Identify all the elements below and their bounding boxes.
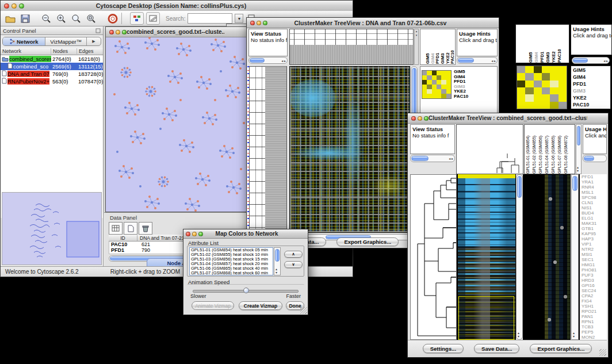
gene-label[interactable]: PFD1 [582, 174, 607, 179]
heatmap-cell[interactable] [432, 80, 437, 85]
heatmap-cell[interactable] [559, 87, 567, 94]
heatmap-cell[interactable] [542, 87, 550, 94]
heatmap-cell[interactable] [422, 89, 427, 94]
heatmap-cell[interactable] [517, 87, 525, 94]
fragment-row-label[interactable]: GIM3 [573, 87, 609, 94]
heatmap-cell[interactable] [437, 85, 441, 89]
tv2-zoom-button[interactable] [424, 116, 429, 121]
new-attribute-icon[interactable] [124, 222, 137, 235]
heatmap-cell[interactable] [441, 71, 446, 75]
dialog-resize-grip[interactable] [300, 307, 307, 314]
heatmap-cell[interactable] [437, 94, 441, 98]
heatmap-cell[interactable] [427, 94, 431, 98]
tab-network[interactable]: Network [3, 37, 45, 45]
gene-label[interactable]: NIS1 [582, 205, 607, 210]
dialog-close-button[interactable] [186, 232, 190, 236]
help-lifebuoy-icon[interactable] [106, 13, 119, 24]
heatmap-cell[interactable] [550, 94, 558, 101]
heatmap-cell[interactable] [542, 73, 550, 80]
heatmap-cell[interactable] [534, 94, 542, 101]
attribute-listbox[interactable]: GPL51-01 (GSM854) heat shock 05 minGPL51… [189, 247, 273, 275]
zoom-selected-icon[interactable] [85, 13, 97, 24]
tv1-zoom-button[interactable] [263, 21, 267, 25]
fragment-row-label[interactable]: GIM5 [573, 67, 609, 74]
annotation-icon[interactable] [146, 12, 160, 25]
tv2-hints-scrollbar[interactable] [583, 155, 607, 162]
tv1-column-dendrogram[interactable] [289, 29, 414, 65]
heatmap-cell[interactable] [534, 102, 542, 109]
tv2-minimize-button[interactable] [418, 116, 422, 121]
heatmap-cell[interactable] [525, 73, 533, 80]
network-canvas[interactable] [106, 37, 247, 212]
attribute-list-item[interactable]: GPL51-07 (GSM868) heat shock 60 min [191, 271, 273, 275]
heatmap-cell[interactable] [427, 75, 431, 80]
netwin-zoom-button[interactable] [122, 30, 127, 35]
tv1-minimize-button[interactable] [257, 21, 261, 25]
gene-label[interactable]: RPN1 [582, 319, 607, 324]
gene-label[interactable]: VIP1 [582, 242, 607, 247]
netwin-minimize-button[interactable] [116, 30, 120, 35]
heatmap-cell[interactable] [422, 71, 427, 75]
gene-label[interactable]: MAK31 [582, 221, 607, 226]
heatmap-cell[interactable] [517, 81, 525, 87]
animation-speed-slider[interactable] [193, 288, 299, 293]
tv2-action-button[interactable]: Export Graphics... [530, 344, 592, 353]
netwin-close-button[interactable] [109, 30, 114, 35]
gene-label[interactable]: HMG1 [582, 262, 607, 267]
attribute-list-vscrollbar[interactable]: ▴▾ [274, 247, 281, 275]
heatmap-cell[interactable] [432, 75, 437, 80]
gene-label[interactable]: SEC1 [582, 257, 607, 262]
gene-label[interactable]: CLN1 [582, 200, 607, 205]
fragment-row-label[interactable]: GIM4 [573, 74, 609, 81]
heatmap-cell[interactable] [550, 73, 558, 80]
tv1-zoom-heatmap[interactable] [422, 70, 452, 99]
fragment-zoom-heatmap[interactable] [517, 66, 567, 109]
tv2-collabel-vscrollbar[interactable]: ▴▾ [576, 124, 582, 174]
heatmap-cell[interactable] [525, 102, 533, 109]
heatmap-cell[interactable] [525, 66, 533, 73]
gene-label[interactable]: PUF3 [582, 273, 607, 278]
fragment-hscrollbar[interactable]: ◂ ▸ [572, 57, 610, 64]
heatmap-cell[interactable] [427, 89, 431, 94]
tv2-status-scrollbar[interactable]: ◂ ▸ [410, 155, 455, 162]
tab-vizmapper[interactable]: VizMapper™ [45, 37, 87, 45]
network-list-item[interactable]: RNAPuberNov2+ 563(0) 107847(0) [1, 78, 103, 85]
gene-label[interactable]: HAP3 [582, 236, 607, 242]
gene-label[interactable]: NTR2 [582, 247, 607, 252]
heatmap-cell[interactable] [559, 66, 567, 73]
gene-label[interactable]: RNR4 [582, 185, 607, 190]
network-list-item[interactable]: combined_scores_ 2764(0) 16218(0) [1, 55, 103, 63]
heatmap-cell[interactable] [441, 85, 446, 89]
move-up-button[interactable]: ∧ [284, 251, 303, 258]
heatmap-cell[interactable] [441, 94, 446, 98]
tv1-close-button[interactable] [250, 21, 255, 25]
slider-thumb[interactable] [243, 288, 249, 293]
zoom-fit-icon[interactable] [70, 13, 82, 24]
heatmap-cell[interactable] [441, 80, 446, 85]
heatmap-cell[interactable] [427, 80, 431, 85]
tv2-action-button[interactable]: Save Data... [474, 344, 519, 353]
heatmap-cell[interactable] [437, 71, 441, 75]
heatmap-cell[interactable] [550, 66, 558, 73]
heatmap-cell[interactable] [446, 75, 451, 80]
heatmap-cell[interactable] [542, 102, 550, 109]
network-list-item[interactable]: combined_sco 2569(6) 13112(15) [1, 63, 103, 70]
zoom-button[interactable] [19, 3, 24, 9]
dialog-titlebar[interactable]: Map Colors to Network [183, 229, 308, 239]
tv1-coldendro-arrows[interactable]: ▴▾ [414, 29, 419, 65]
heatmap-cell[interactable] [550, 87, 558, 94]
gene-label[interactable]: MSL1 [582, 190, 607, 195]
gene-label[interactable]: HRD3 [582, 278, 607, 283]
tv2-gene-list[interactable]: PFD1YRA1RNR4MSL1SPC98CLN1NIS1BUD4ELG1MAK… [579, 174, 607, 340]
tv2-resize-grip[interactable] [599, 349, 606, 356]
heatmap-cell[interactable] [432, 71, 437, 75]
tv1-zoom-row-label[interactable]: PAC10 [454, 94, 468, 99]
heatmap-cell[interactable] [542, 66, 550, 73]
search-input[interactable] [188, 13, 232, 24]
heatmap-cell[interactable] [441, 89, 446, 94]
gene-label[interactable]: PAN1 [582, 314, 607, 319]
heatmap-cell[interactable] [446, 94, 451, 98]
minimize-button[interactable] [12, 3, 17, 9]
heatmap-cell[interactable] [437, 80, 441, 85]
tv2-action-button[interactable]: Settings... [423, 344, 464, 353]
